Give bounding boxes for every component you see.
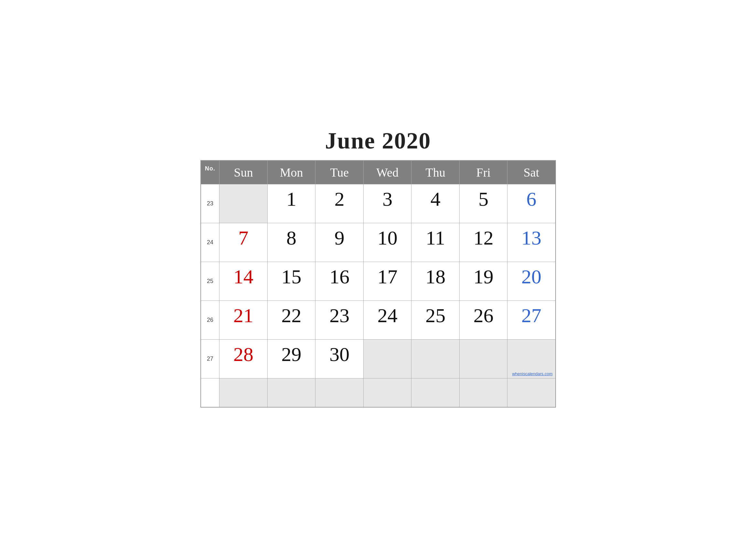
day-cell[interactable]: 5 [459,184,507,223]
day-cell[interactable]: 17 [363,262,412,300]
calendar-row: 2621222324252627 [201,300,555,339]
day-cell[interactable]: 18 [412,262,460,300]
day-cell[interactable]: 7 [220,223,268,262]
calendar-table: No. Sun Mon Tue Wed Thu Fri Sat 23123456… [201,160,556,408]
day-cell[interactable]: 10 [363,223,412,262]
empty-cell [363,378,412,407]
day-cell[interactable]: 4 [412,184,460,223]
day-cell[interactable] [459,339,507,378]
empty-cell [459,378,507,407]
header-fri: Fri [459,160,507,184]
day-cell[interactable]: 29 [267,339,315,378]
day-cell[interactable]: 2 [315,184,364,223]
day-cell[interactable]: 15 [267,262,315,300]
week-number: 24 [201,223,220,262]
empty-cell [315,378,364,407]
header-sun: Sun [220,160,268,184]
empty-cell [267,378,315,407]
calendar-row: 2478910111213 [201,223,555,262]
day-cell[interactable]: 16 [315,262,364,300]
week-number: 27 [201,339,220,378]
week-number: 25 [201,262,220,300]
header-mon: Mon [267,160,315,184]
day-cell[interactable]: wheniscalendars.com [507,339,555,378]
calendar-row: 27282930wheniscalendars.com [201,339,555,378]
day-cell[interactable]: 3 [363,184,412,223]
empty-row [201,378,555,407]
day-cell[interactable]: 11 [412,223,460,262]
week-number: 26 [201,300,220,339]
day-cell[interactable]: 6 [507,184,555,223]
day-cell[interactable]: 23 [315,300,364,339]
empty-cell [220,378,268,407]
day-cell[interactable]: 20 [507,262,555,300]
day-cell[interactable]: 21 [220,300,268,339]
header-sat: Sat [507,160,555,184]
calendar-body: 2312345624789101112132514151617181920262… [201,184,555,407]
calendar-wrapper: June 2020 No. Sun Mon Tue Wed Thu Fri Sa… [201,127,556,408]
day-cell[interactable]: 22 [267,300,315,339]
week-number: 23 [201,184,220,223]
day-cell[interactable]: 30 [315,339,364,378]
day-cell[interactable]: 24 [363,300,412,339]
day-cell[interactable] [363,339,412,378]
watermark: wheniscalendars.com [512,371,553,376]
header-no: No. [201,160,220,184]
header-thu: Thu [412,160,460,184]
day-cell[interactable]: 12 [459,223,507,262]
day-cell[interactable]: 8 [267,223,315,262]
calendar-row: 2514151617181920 [201,262,555,300]
day-cell[interactable]: 19 [459,262,507,300]
calendar-row: 23123456 [201,184,555,223]
calendar-title: June 2020 [201,127,556,154]
header-row: No. Sun Mon Tue Wed Thu Fri Sat [201,160,555,184]
day-cell[interactable]: 1 [267,184,315,223]
day-cell[interactable]: 26 [459,300,507,339]
week-number-empty [201,378,220,407]
day-cell[interactable]: 13 [507,223,555,262]
day-cell[interactable]: 27 [507,300,555,339]
day-cell[interactable]: 9 [315,223,364,262]
header-wed: Wed [363,160,412,184]
day-cell[interactable]: 28 [220,339,268,378]
day-cell[interactable] [412,339,460,378]
day-cell[interactable]: 25 [412,300,460,339]
header-tue: Tue [315,160,364,184]
empty-cell [412,378,460,407]
day-cell[interactable]: 14 [220,262,268,300]
empty-cell [507,378,555,407]
day-cell[interactable] [220,184,268,223]
